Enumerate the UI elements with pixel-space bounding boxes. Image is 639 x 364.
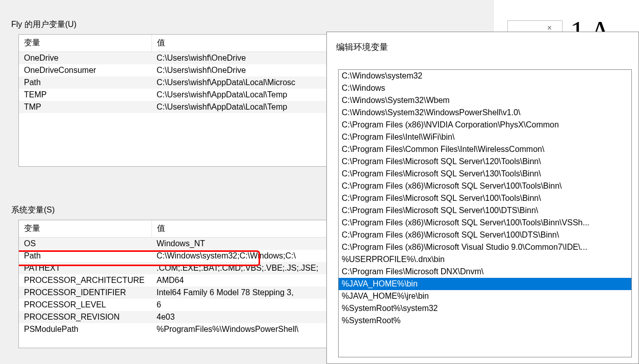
list-item[interactable]: %JAVA_HOME%\jre\bin	[339, 290, 631, 302]
variable-name: PROCESSOR_ARCHITECTURE	[19, 274, 151, 287]
list-item[interactable]: C:\Windows\System32\WindowsPowerShell\v1…	[339, 107, 631, 119]
list-item[interactable]: %USERPROFILE%\.dnx\bin	[339, 253, 631, 266]
list-item[interactable]: C:\Program Files (x86)\Microsoft Visual …	[339, 241, 631, 253]
list-item[interactable]: C:\Program Files (x86)\Microsoft SQL Ser…	[339, 217, 631, 229]
list-item[interactable]: %SystemRoot%	[339, 315, 631, 327]
list-item[interactable]: C:\Windows\system32	[339, 70, 631, 82]
user-variables-label: Fly 的用户变量(U)	[11, 19, 493, 30]
column-header-variable[interactable]: 变量	[19, 220, 151, 238]
variable-name: PSModulePath	[19, 323, 151, 335]
list-item[interactable]: C:\Program Files\Intel\WiFi\bin\	[339, 131, 631, 143]
variable-name: PATHEXT	[19, 262, 151, 274]
variable-name: OS	[19, 238, 151, 250]
variable-name: TMP	[19, 101, 151, 113]
list-item[interactable]: %SystemRoot%\system32	[339, 302, 631, 315]
path-entries-list[interactable]: C:\Windows\system32C:\WindowsC:\Windows\…	[338, 69, 632, 357]
list-item[interactable]: C:\Program Files\Common Files\Intel\Wire…	[339, 143, 631, 155]
variable-name: PROCESSOR_REVISION	[19, 311, 151, 323]
variable-name: PROCESSOR_LEVEL	[19, 299, 151, 311]
variable-name: TEMP	[19, 89, 151, 101]
edit-dialog-title: 编辑环境变量	[327, 32, 638, 69]
column-header-variable[interactable]: 变量	[19, 35, 151, 52]
variable-name: OneDrive	[19, 52, 151, 65]
variable-name: Path	[19, 250, 151, 262]
list-item[interactable]: C:\Program Files\Microsoft SQL Server\12…	[339, 155, 631, 168]
variable-name: PROCESSOR_IDENTIFIER	[19, 287, 151, 299]
list-item[interactable]: C:\Windows\System32\Wbem	[339, 94, 631, 107]
list-item[interactable]: C:\Program Files\Microsoft SQL Server\13…	[339, 168, 631, 180]
list-item[interactable]: C:\Program Files (x86)\Microsoft SQL Ser…	[339, 229, 631, 241]
list-item[interactable]: C:\Windows	[339, 82, 631, 94]
variable-name: OneDriveConsumer	[19, 64, 151, 76]
list-item[interactable]: %JAVA_HOME%\bin	[339, 278, 631, 290]
list-item[interactable]: C:\Program Files\Microsoft SQL Server\10…	[339, 204, 631, 217]
edit-environment-variable-dialog: 编辑环境变量 C:\Windows\system32C:\WindowsC:\W…	[326, 32, 639, 364]
list-item[interactable]: C:\Program Files\Microsoft SQL Server\10…	[339, 192, 631, 204]
list-item[interactable]: C:\Program Files (x86)\NVIDIA Corporatio…	[339, 119, 631, 131]
list-item[interactable]: C:\Program Files (x86)\Microsoft SQL Ser…	[339, 180, 631, 192]
variable-name: Path	[19, 76, 151, 89]
list-item[interactable]: C:\Program Files\Microsoft DNX\Dnvm\	[339, 266, 631, 278]
